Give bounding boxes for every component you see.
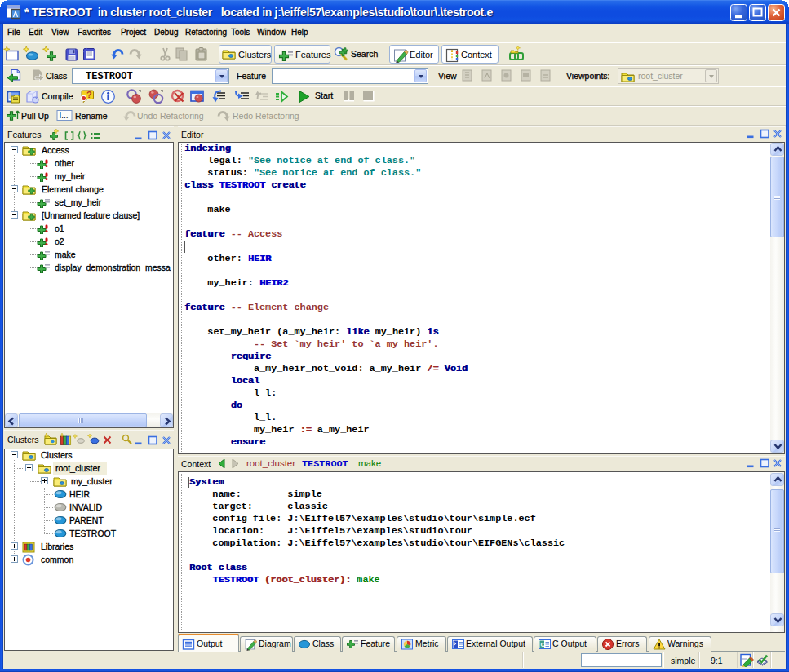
svg-text:C: C xyxy=(541,641,546,648)
svg-text:I...: I... xyxy=(60,111,69,120)
svg-text:?: ? xyxy=(86,90,92,99)
